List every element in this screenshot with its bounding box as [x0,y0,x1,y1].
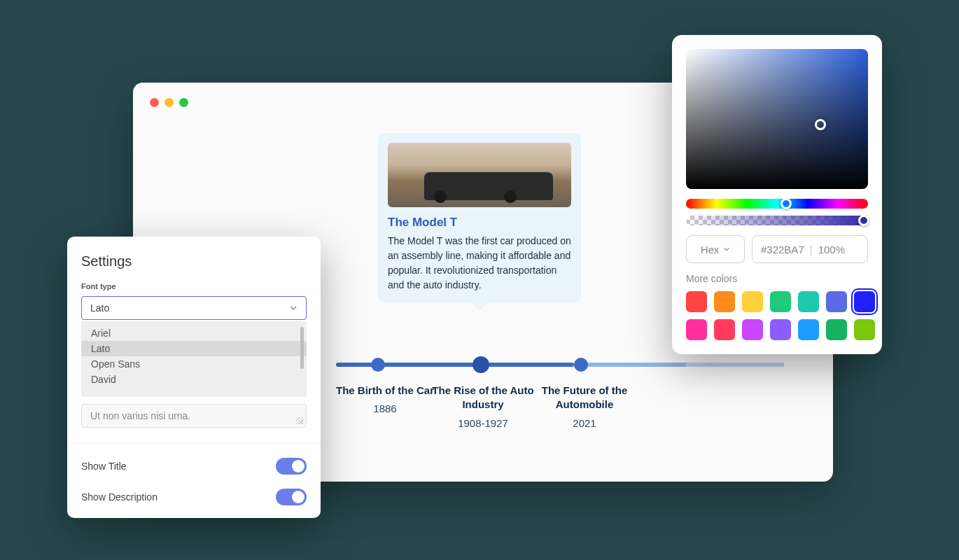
color-picker-panel: Hex #322BA7 | 100% More colors [672,35,882,354]
color-swatch[interactable] [686,291,707,312]
timeline-segment [574,363,686,367]
hex-separator: | [810,244,813,255]
color-swatch[interactable] [714,319,735,340]
color-swatch[interactable] [854,319,875,340]
event-description: The Model T was the first car produced o… [388,234,571,293]
milestone-year: 2021 [532,416,637,430]
milestone-dot[interactable] [574,358,588,372]
event-image [388,143,571,207]
hue-slider[interactable] [686,199,868,209]
show-title-label: Show Title [81,461,127,472]
milestone-dot-active[interactable] [472,356,489,373]
color-swatch[interactable] [742,291,763,312]
timeline-event-card: The Model T The Model T was the first ca… [378,133,581,302]
divider [67,443,321,444]
font-option-david[interactable]: David [81,372,307,387]
show-description-row: Show Description [81,489,307,505]
hex-input[interactable]: #322BA7 | 100% [752,235,868,263]
show-title-toggle[interactable] [276,458,307,475]
settings-panel: Settings Font type Lato Ariel Lato Open … [67,237,321,518]
color-swatch[interactable] [686,319,707,340]
swatch-grid [686,291,868,340]
resize-handle-icon[interactable] [296,417,303,424]
font-dropdown: Ariel Lato Open Sans David [81,321,307,397]
font-option-lato[interactable]: Lato [81,341,307,356]
color-saturation-area[interactable] [686,49,868,189]
chevron-down-icon [723,246,730,253]
hue-cursor[interactable] [780,198,792,209]
alpha-slider[interactable] [686,216,868,225]
minimize-window-button[interactable] [164,98,174,107]
alpha-percent: 100% [818,244,845,255]
color-swatch[interactable] [826,291,847,312]
traffic-lights [150,98,188,107]
close-window-button[interactable] [150,98,159,107]
milestone-dot[interactable] [371,358,385,372]
timeline-bar [336,363,784,367]
color-swatch[interactable] [854,291,875,312]
color-format-select[interactable]: Hex [686,235,745,263]
dropdown-scrollbar[interactable] [300,327,304,369]
textarea-placeholder: Ut non varius nisi urna. [90,410,190,421]
milestone-title: The Future of the Automobile [532,384,637,412]
milestone-label: The Future of the Automobile 2021 [532,384,637,430]
milestone-year: 1886 [332,402,438,416]
timeline-segment [686,363,784,367]
color-swatch[interactable] [714,291,735,312]
more-colors-label: More colors [686,273,868,284]
font-select-value: Lato [90,302,109,314]
milestone-title: The Rise of the Auto Industry [430,384,536,412]
color-swatch[interactable] [742,319,763,340]
font-option-ariel[interactable]: Ariel [81,326,307,341]
show-description-label: Show Description [81,491,158,503]
milestone-year: 1908-1927 [430,416,536,430]
description-textarea[interactable]: Ut non varius nisi urna. [81,404,307,428]
show-title-row: Show Title [81,458,307,475]
hex-row: Hex #322BA7 | 100% [686,235,868,263]
color-swatch[interactable] [770,319,791,340]
milestone-title: The Birth of the Car [332,384,438,398]
color-swatch[interactable] [798,319,819,340]
event-title: The Model T [388,216,571,230]
color-swatch[interactable] [826,319,847,340]
chevron-down-icon [289,304,298,312]
color-cursor[interactable] [815,119,826,130]
hex-code: #322BA7 [761,244,804,255]
show-description-toggle[interactable] [276,489,307,505]
alpha-cursor[interactable] [858,215,869,226]
milestone-label: The Birth of the Car 1886 [332,384,438,416]
font-type-label: Font type [81,282,307,290]
font-option-open-sans[interactable]: Open Sans [81,356,307,372]
maximize-window-button[interactable] [179,98,188,107]
settings-title: Settings [81,253,307,270]
font-select[interactable]: Lato [81,296,307,320]
milestone-label: The Rise of the Auto Industry 1908-1927 [430,384,536,430]
color-format-value: Hex [701,244,720,255]
color-swatch[interactable] [770,291,791,312]
color-swatch[interactable] [798,291,819,312]
